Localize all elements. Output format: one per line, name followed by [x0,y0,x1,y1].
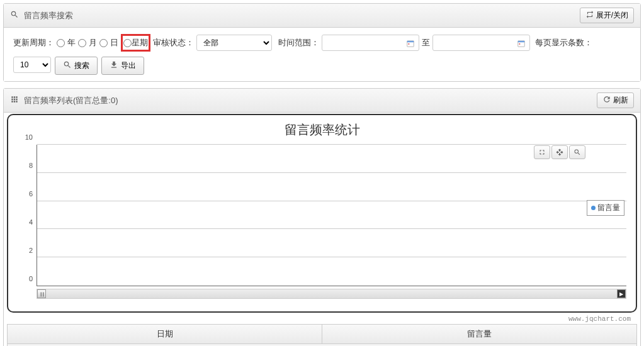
refresh-btn-label: 刷新 [613,95,628,106]
search-button[interactable]: 搜索 [55,57,98,75]
y-tick: 4 [29,218,33,226]
update-cycle-label: 更新周期： [13,37,54,48]
chart-scrubber[interactable]: ▶ [37,289,626,299]
svg-rect-1 [407,40,414,42]
search-panel-title: 留言频率搜索 [24,10,73,21]
legend-dot-icon [591,206,596,210]
radio-day-label: 日 [110,37,118,48]
radio-year-label: 年 [67,37,76,48]
scrubber-handle-right[interactable]: ▶ [617,289,626,298]
search-btn-label: 搜索 [74,60,89,71]
refresh-icon [602,95,611,106]
date-from-input[interactable] [322,35,419,51]
date-to-input[interactable] [432,35,530,51]
table-col-count: 留言量 [322,325,636,343]
export-btn-label: 导出 [121,60,136,71]
retweet-icon [585,10,594,21]
legend-label: 留言量 [597,203,620,213]
chart-legend: 留言量 [587,200,624,216]
calendar-icon [517,39,526,47]
svg-rect-4 [518,40,525,42]
search-icon [10,10,19,21]
grid-icon [10,95,19,106]
date-to-label: 至 [422,37,430,48]
svg-rect-6 [41,293,42,297]
list-panel: 留言频率列表(留言总量:0) 刷新 留言频率统计 0 2 [3,88,641,346]
y-tick: 10 [25,133,33,141]
chart-container: 留言频率统计 0 2 4 6 8 10 [7,114,637,313]
y-tick: 2 [29,247,33,254]
per-page-select[interactable]: 10 [13,57,51,73]
y-tick: 0 [29,275,33,282]
download-icon [110,60,118,71]
radio-week[interactable] [123,39,132,47]
scrubber-handle-left[interactable] [37,289,46,298]
y-tick: 6 [29,190,33,198]
radio-month[interactable] [78,39,86,47]
table-col-date: 日期 [8,325,322,343]
time-range-label: 时间范围： [278,37,319,48]
search-panel-header: 留言频率搜索 展开/关闭 [4,4,640,28]
chart-watermark: www.jqchart.com [4,314,640,324]
toggle-btn-label: 展开/关闭 [596,10,628,21]
radio-week-label: 星期 [132,37,148,48]
toggle-expand-button[interactable]: 展开/关闭 [580,8,634,23]
export-button[interactable]: 导出 [101,57,144,75]
chart-plot-area: 0 2 4 6 8 10 [18,145,626,286]
svg-rect-7 [43,293,43,297]
svg-rect-5 [519,43,521,45]
status-select[interactable]: 全部 [196,35,272,51]
calendar-icon [406,39,415,47]
list-panel-title: 留言频率列表(留言总量:0) [24,95,118,106]
y-tick: 8 [29,162,33,169]
y-axis: 0 2 4 6 8 10 [18,145,37,286]
plot-area[interactable] [37,145,626,286]
search-panel: 留言频率搜索 展开/关闭 更新周期： 年 月 日 星期 审核状态： 全部 [3,3,641,82]
highlight-week-radio: 星期 [121,34,150,52]
radio-month-label: 月 [89,37,97,48]
search-panel-body: 更新周期： 年 月 日 星期 审核状态： 全部 时间范围： 至 [4,28,640,81]
radio-year[interactable] [57,39,65,47]
search-icon [63,60,72,71]
status-label: 审核状态： [153,37,194,48]
table-header: 日期 留言量 [7,324,637,344]
list-panel-header: 留言频率列表(留言总量:0) 刷新 [4,89,640,113]
refresh-button[interactable]: 刷新 [597,92,634,108]
svg-rect-2 [409,43,410,45]
per-page-label: 每页显示条数： [535,37,592,48]
chart-title: 留言频率统计 [18,121,626,138]
radio-day[interactable] [99,39,108,47]
